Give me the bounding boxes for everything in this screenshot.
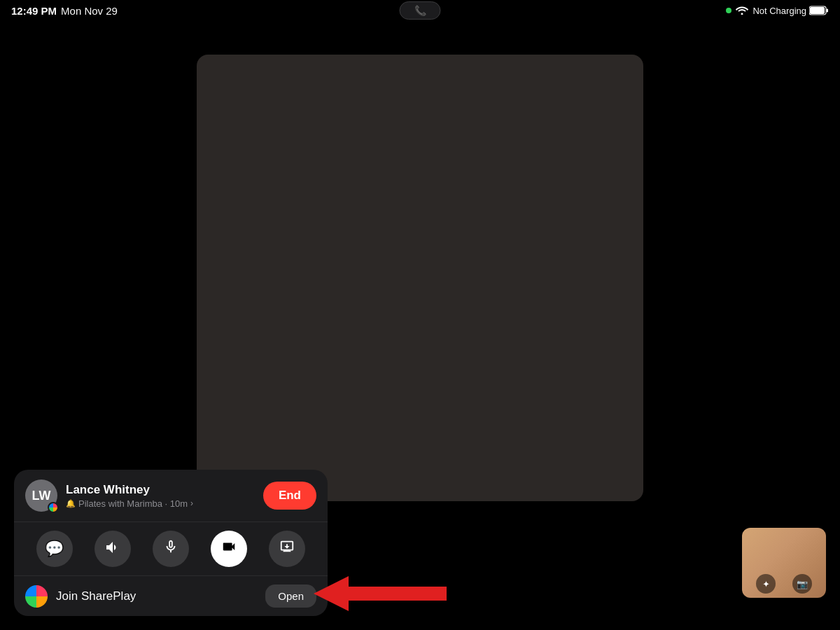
message-button[interactable]: 💬	[36, 531, 73, 567]
activity-ring	[48, 502, 59, 513]
svg-rect-1	[810, 7, 825, 14]
battery-icon	[809, 6, 829, 15]
end-call-button[interactable]: End	[263, 482, 316, 510]
sharescreen-button[interactable]	[269, 531, 305, 567]
speaker-button[interactable]	[94, 531, 131, 567]
self-view: ✦ 📷	[742, 528, 826, 598]
caller-subtitle: 🔔 Pilates with Marimba · 10m ›	[66, 498, 255, 509]
self-view-camera-button[interactable]: 📷	[792, 574, 812, 594]
red-arrow	[314, 573, 454, 615]
wifi-icon	[736, 5, 748, 17]
message-icon: 💬	[45, 540, 64, 558]
svg-rect-2	[827, 9, 829, 13]
controls-row: 💬	[14, 522, 328, 575]
phone-icon: 📞	[414, 5, 426, 16]
self-view-controls: ✦ 📷	[742, 574, 826, 594]
video-button[interactable]	[211, 531, 247, 567]
shareplay-label: Join SharePlay	[56, 589, 257, 603]
call-indicator[interactable]: 📞	[400, 1, 441, 20]
video-area	[197, 55, 643, 501]
self-view-effects-button[interactable]: ✦	[756, 574, 776, 594]
status-right: Not Charging	[726, 5, 829, 17]
date-label: Mon Nov 29	[61, 5, 118, 17]
speaker-icon	[104, 539, 121, 559]
battery-status: Not Charging	[752, 6, 829, 16]
call-panel: LW Lance Whitney 🔔 Pilates with Marimba …	[14, 470, 328, 616]
sharescreen-icon	[279, 539, 295, 559]
avatar: LW	[25, 479, 57, 512]
camera-flip-icon: 📷	[797, 579, 808, 589]
caller-info: Lance Whitney 🔔 Pilates with Marimba · 1…	[66, 483, 255, 509]
svg-marker-4	[314, 576, 447, 611]
open-shareplay-button[interactable]: Open	[265, 584, 316, 608]
time-label: 12:49 PM	[11, 5, 57, 17]
mute-button[interactable]	[153, 531, 189, 567]
caller-name: Lance Whitney	[66, 483, 255, 497]
status-bar: 12:49 PM Mon Nov 29 📞 Not Charging	[0, 0, 840, 21]
green-dot-indicator	[726, 8, 732, 13]
status-left: 12:49 PM Mon Nov 29	[11, 5, 118, 17]
not-charging-label: Not Charging	[752, 6, 806, 16]
star-icon: ✦	[762, 579, 770, 589]
video-icon	[221, 539, 237, 559]
shareplay-row: Join SharePlay Open	[14, 575, 328, 616]
notification-icon: 🔔	[66, 499, 76, 508]
caller-row: LW Lance Whitney 🔔 Pilates with Marimba …	[14, 470, 328, 522]
microphone-icon	[163, 539, 178, 559]
call-pill[interactable]: 📞	[400, 1, 441, 20]
shareplay-icon	[25, 585, 48, 608]
